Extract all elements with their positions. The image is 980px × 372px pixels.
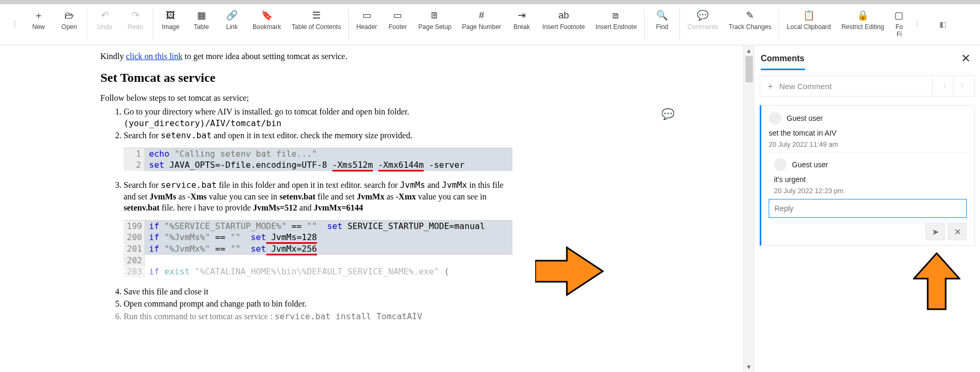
t: == [286,221,307,231]
comment-marker-icon[interactable]: 💬 [661,108,675,120]
send-reply-button[interactable]: ➤ [926,223,945,240]
image-label: Image [162,23,179,31]
steps-list: Go to your directory where AIV is instal… [100,106,512,322]
kw: set [240,232,266,242]
header-label: Header [356,23,377,31]
text: as - [385,192,399,201]
header-button[interactable]: ▭ Header [351,4,382,44]
text: value you can see in [416,192,487,201]
next-comment-button[interactable]: 〉 [953,76,974,96]
reply-input[interactable] [769,199,967,218]
bold: JvmMs [150,192,176,201]
link-icon: 🔗 [226,8,238,22]
text: Go to your directory where AIV is instal… [124,107,409,116]
image-button[interactable]: 🖼 Image [155,4,186,44]
separator [87,8,87,40]
clipboard-icon: 📋 [803,8,815,22]
comment-timestamp: 20 July 2022 11:49 am [769,140,967,148]
divider [769,152,967,153]
doc-heading[interactable]: Set Tomcat as service [100,71,512,85]
break-button[interactable]: ⇥ Break [507,4,537,44]
form-fields-button[interactable]: ▢ Fo Fi [889,4,909,44]
footnote-button[interactable]: ab Insert Footnote [537,4,591,44]
find-button[interactable]: 🔍 Find [647,4,677,44]
document-content[interactable]: Kindly click on this link to get more id… [100,50,512,323]
endnote-button[interactable]: 🗈 Insert Endnote [590,4,642,44]
list-item[interactable]: Open command prompt and change path to b… [124,298,512,310]
text [373,160,378,170]
page-number-icon: # [479,8,484,22]
avatar [774,158,787,171]
local-clipboard-label: Local Clipboard [787,23,830,31]
follow-paragraph[interactable]: Follow below steps to set tomcat as serv… [100,93,512,103]
track-changes-button[interactable]: ✎ Track Changes [723,4,777,44]
break-icon: ⇥ [518,8,526,22]
reply-actions: ➤ ✕ [769,223,967,240]
list-item[interactable]: Save this file and close it [124,286,512,298]
list-item[interactable]: Search for setenv.bat and open it in tex… [124,130,512,171]
text: Search for [124,180,161,189]
cancel-reply-button[interactable]: ✕ [948,223,967,240]
separator [153,8,153,40]
text: JAVA_OPTS=-Dfile.encoding=UTF-8 [164,160,332,170]
comment-author: Guest user [787,114,823,122]
str: "Calling setenv bat file..." [174,149,317,159]
intro-paragraph[interactable]: Kindly click on this link to get more id… [100,52,512,61]
annotation-arrow-right [535,245,604,298]
str: "%SERVICE_STARTUP_MODE%" [164,221,286,231]
ribbon-scroll-right[interactable]: 〉 [909,4,930,44]
text: and [425,180,442,189]
restrict-editing-button[interactable]: 🔒 Restrict Editing [836,4,890,44]
table-label: Table [194,23,209,31]
scroll-thumb[interactable] [745,56,753,82]
new-comment-button[interactable]: ＋ New Comment [760,80,932,92]
text: Kindly [100,52,126,61]
ribbon-scroll-left[interactable]: 〈 [2,4,23,44]
main-area: Kindly click on this link to get more id… [0,45,980,372]
comment-text: set the tomcat in AIV [769,129,967,137]
str: "" [230,232,240,242]
list-item[interactable]: Go to your directory where AIV is instal… [124,106,512,129]
panel-close-button[interactable]: ✕ [958,52,974,65]
t: JvmMs=128 [266,232,317,244]
kw: if [149,221,164,231]
ribbon-toolbar: 〈 ＋ New 🗁 Open ↶ Undo ↷ Redo 🖼 Image ▦ T… [0,4,980,45]
page-setup-button[interactable]: 🗎 Page Setup [413,4,457,44]
toc-button[interactable]: ☰ Table of Contents [286,4,346,44]
redo-button[interactable]: ↷ Redo [120,4,151,44]
comment-thread[interactable]: Guest user set the tomcat in AIV 20 July… [760,105,975,246]
line-number: 200 [124,232,145,243]
bookmark-button[interactable]: 🔖 Bookmark [247,4,286,44]
vertical-scrollbar[interactable]: ▲ ▼ [743,45,754,372]
plus-icon: ＋ [34,8,43,22]
table-button[interactable]: ▦ Table [186,4,217,44]
list-item[interactable]: Run this command to set tomcat as servic… [124,311,512,322]
new-comment-row: ＋ New Comment 〈 〉 [760,75,975,97]
footer-label: Footer [388,23,407,31]
link-button[interactable]: 🔗 Link [217,4,247,44]
page-number-button[interactable]: # Page Number [457,4,507,44]
line-number: 202 [124,255,145,266]
comment-icon: 💬 [697,8,708,22]
open-label: Open [61,23,77,31]
undo-label: Undo [97,23,113,31]
new-button[interactable]: ＋ New [23,4,54,44]
prev-comment-button[interactable]: 〈 [932,76,953,96]
scroll-down-icon[interactable]: ▼ [744,361,754,372]
footer-button[interactable]: ▭ Footer [382,4,413,44]
find-label: Find [656,23,668,31]
toc-label: Table of Contents [292,23,341,31]
comment-author-row: Guest user [769,112,967,125]
toggle-panel-button[interactable]: ◧ [933,4,952,44]
undo-button[interactable]: ↶ Undo [89,4,120,44]
scroll-up-icon[interactable]: ▲ [744,45,754,56]
intro-link[interactable]: click on this link [126,52,182,61]
comments-button[interactable]: 💬 Comments [682,4,723,44]
open-button[interactable]: 🗁 Open [54,4,85,44]
list-item[interactable]: Search for service.bat file in this fold… [124,179,512,278]
bookmark-icon: 🔖 [261,8,273,22]
form-fields-icon: ▢ [894,8,903,22]
avatar [769,112,781,125]
text: file and set [315,192,357,201]
local-clipboard-button[interactable]: 📋 Local Clipboard [781,4,836,44]
